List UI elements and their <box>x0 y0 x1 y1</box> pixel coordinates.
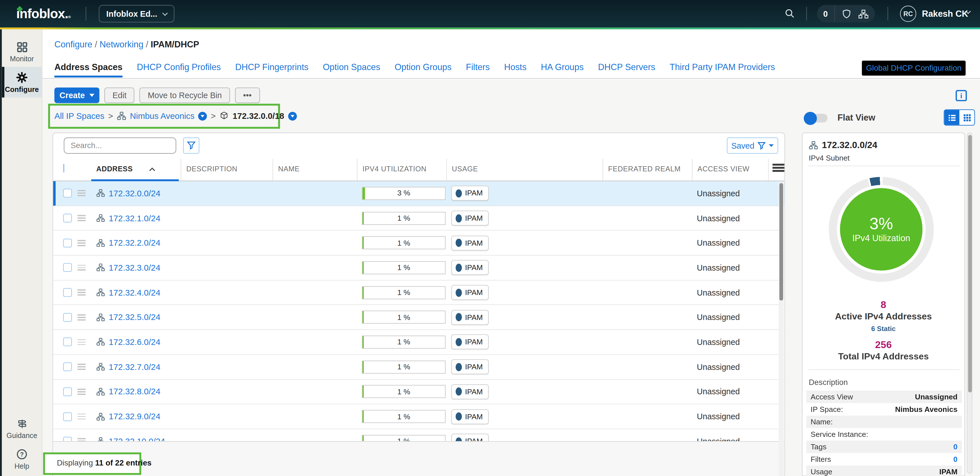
table-row[interactable]: 172.32.10.0/24 1 % IPAM Unassigned <box>53 429 784 441</box>
saved-filter-dropdown[interactable]: Saved <box>727 138 778 154</box>
more-actions-button[interactable]: ••• <box>235 88 259 103</box>
all-ip-spaces-link[interactable]: All IP Spaces <box>54 111 104 121</box>
column-header-name[interactable]: NAME <box>272 159 356 181</box>
address-link[interactable]: 172.32.9.0/24 <box>109 412 160 421</box>
ip-space-dropdown-icon[interactable] <box>198 111 207 120</box>
tab-address-spaces[interactable]: Address Spaces <box>54 62 123 78</box>
table-row[interactable]: 172.32.3.0/24 1 % IPAM Unassigned <box>53 256 784 280</box>
tab-dhcp-fingerprints[interactable]: DHCP Fingerprints <box>235 62 309 78</box>
address-link[interactable]: 172.32.3.0/24 <box>109 263 160 272</box>
drag-handle-icon[interactable] <box>78 412 86 421</box>
tab-filters[interactable]: Filters <box>466 62 490 78</box>
table-row[interactable]: 172.32.0.0/24 3 % IPAM Unassigned <box>53 181 784 206</box>
sidebar-item-guidance[interactable]: Guidance <box>2 414 42 444</box>
select-all-checkbox[interactable] <box>63 164 64 172</box>
address-link[interactable]: 172.32.5.0/24 <box>109 313 160 322</box>
app-selector-dropdown[interactable]: Infoblox Ed... <box>99 5 175 23</box>
grid-view-button[interactable] <box>959 110 974 125</box>
row-checkbox[interactable] <box>63 288 72 297</box>
breadcrumb-networking[interactable]: Networking <box>100 40 143 49</box>
column-header-federated-realm[interactable]: FEDERATED REALM <box>602 159 692 181</box>
row-checkbox[interactable] <box>63 437 72 441</box>
drag-handle-icon[interactable] <box>78 387 86 396</box>
ip-space-link[interactable]: Nimbus Aveonics <box>130 111 195 121</box>
table-row[interactable]: 172.32.4.0/24 1 % IPAM Unassigned <box>53 280 784 305</box>
address-link[interactable]: 172.32.7.0/24 <box>109 362 160 372</box>
tab-dhcp-servers[interactable]: DHCP Servers <box>598 62 655 78</box>
table-row[interactable]: 172.32.9.0/24 1 % IPAM Unassigned <box>53 404 784 429</box>
move-to-recycle-bin-button[interactable]: Move to Recycle Bin <box>140 88 230 103</box>
column-settings-icon[interactable] <box>773 164 784 172</box>
notification-count-badge[interactable]: 0 <box>823 9 828 18</box>
table-row[interactable]: 172.32.5.0/24 1 % IPAM Unassigned <box>53 305 784 330</box>
drag-handle-icon[interactable] <box>78 263 86 272</box>
tab-third-party-ipam-providers[interactable]: Third Party IPAM Providers <box>670 62 775 78</box>
sidebar-item-monitor[interactable]: Monitor <box>2 37 42 67</box>
static-count-link[interactable]: 6 Static <box>802 325 964 332</box>
user-avatar[interactable]: RC <box>900 6 916 22</box>
address-link[interactable]: 172.32.0.0/24 <box>109 189 160 198</box>
table-row[interactable]: 172.32.1.0/24 1 % IPAM Unassigned <box>53 206 784 231</box>
table-row[interactable]: 172.32.8.0/24 1 % IPAM Unassigned <box>53 380 784 404</box>
drag-handle-icon[interactable] <box>78 363 86 371</box>
table-row[interactable]: 172.32.7.0/24 1 % IPAM Unassigned <box>53 355 784 380</box>
address-link[interactable]: 172.32.10.0/24 <box>109 436 165 441</box>
info-icon[interactable]: i <box>956 90 967 101</box>
create-button[interactable]: Create <box>54 88 100 103</box>
row-checkbox[interactable] <box>63 412 72 421</box>
search-input[interactable] <box>64 138 177 154</box>
row-checkbox[interactable] <box>63 213 72 222</box>
tab-dhcp-config-profiles[interactable]: DHCP Config Profiles <box>137 62 221 78</box>
table-scrollbar-thumb[interactable] <box>780 183 783 301</box>
row-checkbox[interactable] <box>63 363 72 371</box>
address-link[interactable]: 172.32.1.0/24 <box>109 213 160 223</box>
table-row[interactable]: 172.32.6.0/24 1 % IPAM Unassigned <box>53 330 784 355</box>
filter-funnel-button[interactable] <box>183 138 199 154</box>
global-dhcp-configuration-button[interactable]: Global DHCP Configuration <box>862 61 966 76</box>
user-name[interactable]: Rakesh CK <box>922 9 968 19</box>
property-value[interactable]: 0 <box>953 455 958 464</box>
panel-scrollbar-thumb[interactable] <box>968 135 972 393</box>
tab-option-spaces[interactable]: Option Spaces <box>323 62 380 78</box>
column-header-access-view[interactable]: ACCESS VIEW <box>692 159 768 181</box>
column-header-usage[interactable]: USAGE <box>446 159 603 181</box>
column-header-ipv4-utilization[interactable]: IPV4 UTILIZATION <box>357 159 446 181</box>
address-link[interactable]: 172.32.2.0/24 <box>109 238 160 248</box>
tab-ha-groups[interactable]: HA Groups <box>541 62 584 78</box>
drag-handle-icon[interactable] <box>78 337 86 346</box>
row-checkbox[interactable] <box>63 263 72 272</box>
drag-handle-icon[interactable] <box>78 437 86 441</box>
tab-option-groups[interactable]: Option Groups <box>395 62 452 78</box>
search-icon[interactable] <box>784 8 795 19</box>
drag-handle-icon[interactable] <box>78 288 86 297</box>
column-header-address[interactable]: ADDRESS <box>91 159 181 181</box>
breadcrumb-configure[interactable]: Configure <box>54 40 92 49</box>
monitor-grid-icon <box>16 42 27 53</box>
network-topology-icon[interactable] <box>858 8 869 19</box>
table-scrollbar[interactable] <box>779 182 784 476</box>
subnet-dropdown-icon[interactable] <box>288 111 297 120</box>
sidebar-item-help[interactable]: ?Help <box>2 444 42 474</box>
table-row[interactable]: 172.32.2.0/24 1 % IPAM Unassigned <box>53 231 784 256</box>
column-header-description[interactable]: DESCRIPTION <box>181 159 273 181</box>
row-checkbox[interactable] <box>63 313 72 322</box>
row-checkbox[interactable] <box>63 189 72 198</box>
tab-hosts[interactable]: Hosts <box>504 62 527 78</box>
row-checkbox[interactable] <box>63 387 72 396</box>
row-checkbox[interactable] <box>63 338 72 347</box>
sidebar-item-configure[interactable]: Configure <box>2 67 42 97</box>
drag-handle-icon[interactable] <box>78 189 86 198</box>
drag-handle-icon[interactable] <box>78 213 86 222</box>
row-checkbox[interactable] <box>63 239 72 247</box>
address-link[interactable]: 172.32.4.0/24 <box>109 288 160 297</box>
list-view-button[interactable] <box>944 110 959 125</box>
property-value[interactable]: 0 <box>953 443 958 451</box>
drag-handle-icon[interactable] <box>78 239 86 247</box>
address-link[interactable]: 172.32.6.0/24 <box>109 337 160 347</box>
drag-handle-icon[interactable] <box>78 313 86 322</box>
panel-scrollbar[interactable] <box>967 132 973 474</box>
edit-button[interactable]: Edit <box>104 88 135 103</box>
shield-icon[interactable] <box>841 8 851 19</box>
address-link[interactable]: 172.32.8.0/24 <box>109 387 160 396</box>
flat-view-toggle[interactable] <box>805 114 827 123</box>
